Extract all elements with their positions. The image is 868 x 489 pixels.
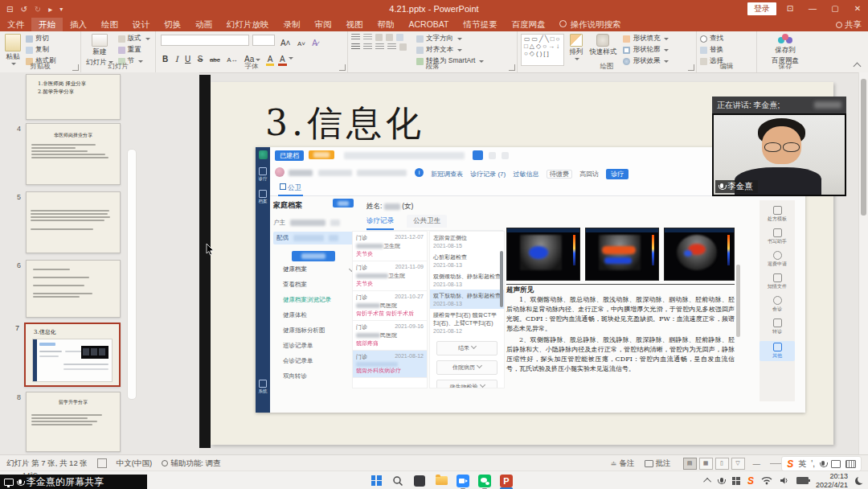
bullets-icon[interactable] — [351, 34, 360, 41]
ultrasound-image-2[interactable] — [585, 228, 659, 281]
clear-formatting-button[interactable]: A̷ — [310, 39, 319, 47]
slideshow-view-button[interactable]: ▽ — [731, 458, 745, 470]
tray-sogou-icon[interactable]: S — [747, 475, 754, 487]
screen-share-badge[interactable]: 李金熹的屏幕共享 — [0, 475, 147, 489]
rail-consultation[interactable]: 会诊 — [760, 296, 795, 313]
tab-review[interactable]: 审阅 — [308, 18, 339, 31]
rail-writing-assistant[interactable]: 书写助手 — [760, 228, 795, 245]
collapse-microbiology[interactable]: 微生物检验 — [436, 380, 497, 388]
ime-keyboard-icon[interactable] — [845, 460, 856, 468]
ultrasound-image-3[interactable] — [664, 228, 735, 281]
thumbnail-slide-6[interactable] — [26, 260, 121, 318]
sidebar-item-system[interactable]: 系统 — [256, 380, 270, 394]
tab-file[interactable]: 文件 — [0, 18, 31, 31]
collapse-inpatient[interactable]: 住院病历 — [436, 360, 497, 375]
tab-insert[interactable]: 插入 — [63, 18, 94, 31]
thumbnail-scrollbar[interactable] — [127, 149, 137, 400]
visit-row-4[interactable]: 门诊2021-09-16 民医院 髋部疼痛 — [353, 321, 427, 351]
patient-search-input[interactable] — [344, 152, 465, 159]
tray-mic-icon[interactable] — [720, 478, 723, 483]
menu-browse-records[interactable]: 健康档案浏览记录 — [283, 292, 354, 307]
wechat-button[interactable] — [477, 473, 493, 489]
minimize-button[interactable]: — — [804, 0, 821, 18]
collapse-ribbon-icon[interactable] — [854, 63, 862, 71]
shape-fill-button[interactable]: 形状填充 — [623, 34, 669, 43]
normal-view-button[interactable]: ▤ — [683, 458, 697, 470]
tab-record[interactable]: 录制 — [276, 18, 308, 31]
tab-storyboarding[interactable]: 情节提要 — [456, 18, 504, 31]
rail-consent-docs[interactable]: 知情文件 — [760, 273, 795, 290]
tab-home[interactable]: 开始 — [31, 18, 63, 31]
focus-assist-moon-icon[interactable] — [855, 477, 863, 485]
exam-scrollbar[interactable] — [500, 251, 503, 307]
nav-visit-records[interactable]: 诊疗记录 (7) — [470, 171, 506, 178]
file-explorer-button[interactable] — [433, 473, 449, 489]
householder-row[interactable]: 户主 — [273, 219, 354, 227]
close-button[interactable]: ✕ — [849, 0, 866, 18]
justify-icon[interactable] — [387, 43, 396, 51]
nav-allergy-info[interactable]: 过敏信息 — [513, 171, 538, 178]
thumbnail-slide-5[interactable] — [26, 191, 121, 253]
rail-refund-request[interactable]: 退费申请 — [760, 251, 795, 268]
slide-area-scrollbar[interactable] — [858, 72, 868, 454]
tab-public-health[interactable]: 公共卫生 — [407, 215, 447, 228]
taskbar-search-button[interactable] — [390, 473, 406, 489]
font-dialog-launcher[interactable] — [339, 64, 346, 71]
nav-pending-payment[interactable]: 待缴费 — [547, 170, 572, 179]
rail-other[interactable]: 其他 — [760, 341, 795, 361]
visit-row-5[interactable]: 门诊2021-08-12 髋骨外科疾病诊疗 — [353, 351, 427, 378]
report-scrollbar[interactable] — [736, 265, 740, 337]
exam-row-5[interactable]: 腰椎骨平扫(右) 髋骨CT平扫(右)、上臂CT平扫(右)2021-08-12 — [430, 309, 504, 336]
ime-punctuation[interactable]: ', — [811, 459, 815, 468]
meeting-app-button[interactable] — [455, 473, 471, 489]
slide-sorter-view-button[interactable]: ▦ — [699, 458, 713, 470]
battery-icon[interactable] — [796, 477, 809, 484]
font-name-combo[interactable] — [161, 35, 249, 46]
clinic-button[interactable]: 诊疗 — [606, 169, 628, 179]
tab-draw[interactable]: 绘图 — [94, 18, 125, 31]
arrange-button[interactable]: 排列 — [567, 34, 584, 66]
visit-row-1[interactable]: 门诊2021-12-07 卫生院 关节炎 — [353, 232, 427, 261]
tab-design[interactable]: 设计 — [125, 18, 157, 31]
align-center-icon[interactable] — [363, 43, 372, 51]
ime-image-icon[interactable] — [831, 460, 841, 468]
columns-icon[interactable] — [399, 43, 407, 51]
thumbnail-slide-8[interactable]: 留学升学分享 — [26, 392, 121, 452]
tab-slideshow[interactable]: 幻灯片放映 — [219, 18, 276, 31]
language-indicator[interactable]: 中文(中国) — [117, 458, 152, 469]
exam-row-1[interactable]: 左跟骨正侧位2021-08-15 — [430, 232, 504, 251]
cut-button[interactable]: 剪切 — [26, 34, 56, 43]
align-text-button[interactable]: 对齐文本 — [416, 45, 484, 55]
tell-me-search[interactable]: 操作说明搜索 — [552, 18, 628, 31]
tab-public-health-top[interactable]: 公卫 — [278, 183, 303, 196]
numbering-icon[interactable] — [363, 34, 372, 41]
menu-round-records[interactable]: 巡诊记录单 — [283, 338, 354, 353]
info-icon[interactable]: i — [415, 168, 424, 177]
quick-styles-button[interactable]: 快速样式 — [588, 34, 618, 66]
text-direction-button[interactable]: 文字方向 — [416, 34, 484, 43]
layout-button[interactable]: 版式 — [118, 34, 150, 43]
collapse-results[interactable]: 结果 — [436, 341, 497, 355]
taskbar-clock[interactable]: 20:13 2022/4/21 — [816, 472, 848, 489]
toolbar-button-2[interactable] — [502, 152, 509, 159]
line-spacing-icon[interactable] — [396, 34, 403, 41]
nav-covid-survey[interactable]: 新冠调查表 — [431, 171, 463, 178]
tray-grid-icon[interactable] — [732, 477, 740, 485]
taskbar-app-dark[interactable] — [411, 473, 428, 489]
speaker-icon[interactable] — [780, 476, 789, 485]
spouse-row[interactable]: 配偶 — [273, 232, 354, 244]
slide-title[interactable]: 3.信息化 — [265, 100, 425, 147]
sidebar-item-archive[interactable]: 档案 — [256, 190, 270, 204]
exam-row-4[interactable]: 双下肢动脉、静脉彩超检查2021-08-13 — [430, 290, 504, 309]
powerpoint-taskbar-button[interactable]: P — [498, 473, 514, 489]
copy-button[interactable]: 复制 — [26, 45, 56, 55]
paragraph-dialog-launcher[interactable] — [509, 64, 515, 71]
archived-badge[interactable]: 已建档 — [275, 150, 304, 161]
sidebar-item-clinic[interactable]: 诊疗 — [256, 167, 270, 182]
thumbnail-slide-3[interactable]: 1.非医师岗 择业分享 2.留学升学分享 — [26, 74, 121, 120]
ribbon-display-options-icon[interactable]: ⊡ — [781, 0, 799, 18]
accessibility-status[interactable]: 辅助功能: 调查 — [162, 458, 220, 469]
thumbnail-slide-4[interactable]: 非医师岗择业分享 — [26, 123, 121, 185]
shapes-gallery[interactable]: ▭▭╱╲□○ □△◇○→↓ ○◇()[] — [521, 34, 564, 66]
webcam-video[interactable]: 李金熹 — [712, 113, 846, 196]
